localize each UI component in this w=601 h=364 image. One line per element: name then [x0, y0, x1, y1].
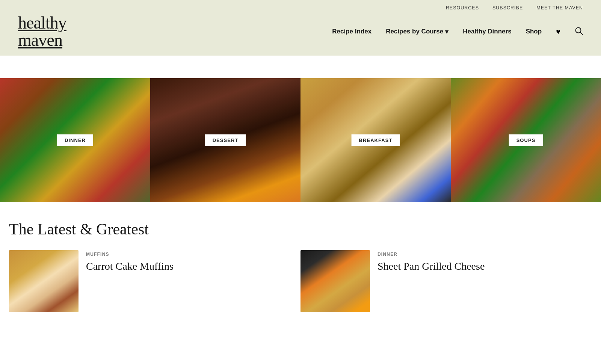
list-item[interactable]: MUFFINS Carrot Cake Muffins	[9, 250, 291, 312]
main-nav: Recipe Index Recipes by Course ▾ Healthy…	[332, 27, 583, 37]
soups-course-item[interactable]: SOUPS	[451, 78, 601, 202]
carrot-cake-muffins-info: MUFFINS Carrot Cake Muffins	[86, 250, 174, 273]
list-item[interactable]: DINNER Sheet Pan Grilled Cheese	[300, 250, 583, 312]
dinner-category: DINNER	[378, 252, 485, 257]
recipe-index-link[interactable]: Recipe Index	[332, 28, 371, 35]
dinner-course-item[interactable]: DINNER	[0, 78, 150, 202]
dinner-label: DINNER	[57, 134, 93, 146]
soups-label: SOUPS	[509, 134, 543, 146]
svg-line-1	[580, 32, 583, 35]
site-logo[interactable]: healthy maven	[18, 14, 66, 49]
dessert-course-item[interactable]: DESSERT	[150, 78, 300, 202]
sheet-pan-grilled-cheese-title: Sheet Pan Grilled Cheese	[378, 260, 485, 273]
courses-grid: DINNER DESSERT BREAKFAST SOUPS	[0, 78, 601, 202]
primary-nav-row: healthy maven Recipe Index Recipes by Co…	[18, 11, 583, 56]
breakfast-course-item[interactable]: BREAKFAST	[300, 78, 451, 202]
muffins-category: MUFFINS	[86, 252, 174, 257]
subscribe-link[interactable]: SUBSCRIBE	[492, 5, 523, 11]
recipes-by-course-dropdown[interactable]: Recipes by Course ▾	[386, 28, 448, 36]
heart-icon[interactable]: ♥	[556, 27, 560, 36]
sheet-pan-grilled-cheese-thumb	[300, 250, 370, 312]
healthy-dinners-link[interactable]: Healthy Dinners	[463, 28, 511, 35]
search-icon[interactable]	[575, 27, 583, 37]
carrot-cake-muffins-thumb	[9, 250, 79, 312]
secondary-nav: RESOURCES SUBSCRIBE MEET THE MAVEN	[18, 0, 583, 11]
site-header: RESOURCES SUBSCRIBE MEET THE MAVEN healt…	[0, 0, 601, 56]
latest-section: The Latest & Greatest MUFFINS Carrot Cak…	[0, 202, 601, 330]
breakfast-label: BREAKFAST	[352, 134, 400, 146]
dessert-label: DESSERT	[205, 134, 246, 146]
resources-link[interactable]: RESOURCES	[446, 5, 479, 11]
latest-title: The Latest & Greatest	[9, 220, 583, 238]
chevron-down-icon: ▾	[445, 28, 448, 36]
shop-link[interactable]: Shop	[526, 28, 542, 35]
sheet-pan-grilled-cheese-info: DINNER Sheet Pan Grilled Cheese	[378, 250, 485, 273]
meet-the-maven-link[interactable]: MEET THE MAVEN	[536, 5, 583, 11]
latest-grid: MUFFINS Carrot Cake Muffins DINNER Sheet…	[9, 250, 583, 312]
carrot-cake-muffins-title: Carrot Cake Muffins	[86, 260, 174, 273]
hero-spacer	[0, 56, 601, 78]
